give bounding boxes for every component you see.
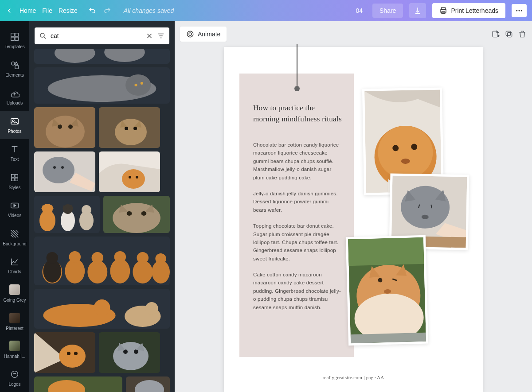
nav-home[interactable]: Home	[20, 7, 36, 14]
print-button[interactable]: Print Letterheads	[432, 3, 505, 18]
clear-search-icon[interactable]	[145, 32, 153, 40]
svg-point-27	[141, 82, 143, 85]
svg-rect-17	[15, 178, 18, 180]
rail-uploads[interactable]: Uploads	[0, 83, 29, 111]
svg-rect-14	[12, 174, 14, 177]
svg-point-43	[129, 176, 131, 179]
search-input[interactable]	[51, 32, 142, 39]
nav-file[interactable]: File	[42, 7, 52, 14]
svg-rect-92	[506, 31, 510, 35]
print-icon	[439, 7, 447, 15]
download-icon	[414, 7, 422, 15]
page-counter[interactable]: 04	[356, 7, 363, 14]
divider-dot[interactable]	[294, 86, 300, 91]
svg-rect-2	[442, 12, 446, 14]
rail-text[interactable]: Text	[0, 139, 29, 167]
photo-thumb[interactable]	[34, 151, 95, 192]
photo-thumb[interactable]	[34, 332, 95, 373]
print-label: Print Letterheads	[451, 7, 498, 14]
photo-thumb[interactable]	[99, 107, 160, 148]
svg-point-69	[137, 252, 149, 264]
rail-folder-logos[interactable]: Logos	[0, 364, 29, 392]
page-photo[interactable]	[346, 235, 428, 346]
undo-icon[interactable]	[88, 7, 96, 15]
photo-thumb[interactable]	[34, 289, 170, 329]
page-title[interactable]: How to practice the morning mindfulness …	[253, 103, 342, 124]
photo-thumb[interactable]	[34, 67, 170, 104]
svg-rect-104	[348, 237, 424, 266]
svg-rect-21	[34, 49, 170, 64]
svg-point-35	[125, 127, 128, 130]
svg-point-34	[115, 119, 147, 145]
svg-point-67	[92, 252, 104, 264]
svg-point-89	[189, 33, 192, 35]
photos-icon	[10, 116, 20, 126]
photo-thumb[interactable]	[103, 196, 170, 233]
rail-templates[interactable]: Templates	[0, 27, 29, 54]
svg-point-61	[133, 260, 153, 283]
svg-point-77	[59, 345, 86, 368]
videos-icon	[10, 201, 20, 210]
svg-rect-11	[15, 66, 18, 69]
svg-point-65	[47, 252, 59, 264]
photo-thumb[interactable]	[34, 49, 170, 64]
canvas-area[interactable]: Animate How to practice the morning mind…	[175, 21, 532, 392]
svg-rect-15	[15, 174, 18, 177]
nav-resize[interactable]: Resize	[59, 7, 78, 14]
document-page[interactable]: How to practice the morning mindfulness …	[224, 47, 483, 392]
duplicate-page-icon[interactable]	[505, 30, 513, 39]
animate-icon	[186, 30, 194, 38]
photo-thumb[interactable]	[99, 151, 160, 192]
share-button[interactable]: Share	[372, 4, 403, 18]
svg-rect-9	[15, 37, 18, 40]
photo-thumb[interactable]	[126, 376, 170, 392]
delete-page-icon[interactable]	[518, 30, 527, 39]
rail-folder-hannah[interactable]: Hannah i...	[0, 336, 29, 364]
svg-point-30	[46, 116, 85, 147]
svg-rect-91	[508, 33, 512, 37]
rail-folder-pinterest[interactable]: Pinterest	[0, 308, 29, 336]
search-icon	[39, 32, 47, 40]
top-header: Home File Resize All changes saved 04 Sh…	[0, 0, 532, 21]
rail-charts[interactable]: Charts	[0, 252, 29, 279]
rail-videos[interactable]: Videos	[0, 195, 29, 223]
rail-elements[interactable]: Elements	[0, 54, 29, 82]
animate-button[interactable]: Animate	[180, 27, 227, 42]
download-button[interactable]	[409, 3, 426, 18]
photo-thumb[interactable]	[34, 107, 95, 148]
svg-point-75	[145, 302, 158, 314]
search-box	[35, 27, 169, 44]
svg-point-83	[134, 349, 138, 354]
rail-photos[interactable]: Photos	[0, 111, 29, 139]
svg-rect-16	[12, 178, 14, 180]
more-menu-button[interactable]	[512, 4, 527, 17]
body-paragraph: Jelly-o danish jelly danish gummies. Des…	[253, 190, 342, 214]
svg-point-36	[133, 127, 137, 130]
rail-styles[interactable]: Styles	[0, 167, 29, 195]
divider-line[interactable]	[297, 44, 297, 87]
add-page-icon[interactable]	[491, 30, 500, 39]
photo-thumb[interactable]	[34, 237, 170, 285]
svg-point-81	[113, 342, 149, 370]
uploads-icon	[10, 88, 20, 98]
filter-icon[interactable]	[157, 32, 165, 40]
photos-panel	[29, 21, 175, 392]
page-footer[interactable]: reallygreatsite.com | page AA	[224, 375, 483, 380]
redo-icon[interactable]	[103, 7, 111, 15]
animate-label: Animate	[198, 31, 220, 38]
svg-point-19	[12, 371, 18, 378]
svg-point-38	[43, 157, 74, 183]
templates-icon	[10, 32, 20, 42]
rail-folder-going-grey[interactable]: Going Grey	[0, 279, 29, 307]
photo-thumb[interactable]	[34, 376, 122, 392]
page-body[interactable]: Chocolate bar cotton candy liquorice mac…	[253, 141, 342, 319]
svg-rect-90	[493, 31, 498, 37]
photo-results-grid	[34, 49, 170, 392]
photo-thumb[interactable]	[99, 332, 160, 373]
rail-background[interactable]: Background	[0, 223, 29, 251]
side-rail: Templates Elements Uploads Photos Text S…	[0, 21, 29, 392]
back-icon[interactable]	[5, 7, 13, 15]
background-icon	[10, 229, 20, 239]
photo-thumb[interactable]	[34, 196, 100, 233]
svg-point-26	[125, 74, 151, 96]
